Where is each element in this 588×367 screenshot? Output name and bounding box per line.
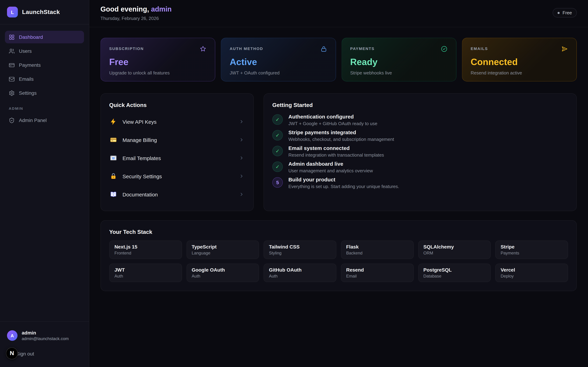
tech-role: Auth	[114, 274, 177, 279]
stat-value: Free	[109, 57, 207, 67]
tech-stack-title: Your Tech Stack	[109, 229, 568, 235]
user-email: admin@launchstack.com	[22, 336, 69, 341]
tech-role: Auth	[192, 274, 254, 279]
tech-card-resend: Resend Email	[341, 264, 414, 282]
stat-sub: Resend integration active	[471, 70, 568, 75]
sidebar-item-label: Dashboard	[19, 34, 43, 40]
chevron-right-icon	[239, 155, 244, 161]
tech-card-jwt: JWT Auth	[109, 264, 182, 282]
star-icon	[200, 45, 207, 52]
sidebar-section-admin: ADMIN	[5, 106, 84, 110]
step-title: Build your product	[288, 176, 399, 183]
sidebar-item-label: Users	[19, 48, 32, 54]
getting-started-panel: Getting Started ✓ Authentication configu…	[264, 93, 577, 211]
step-desc: JWT + Google + GitHub OAuth ready to use	[288, 121, 377, 126]
chevron-right-icon	[239, 119, 244, 125]
stat-card-subscription: SUBSCRIPTION Free Upgrade to unlock all …	[100, 38, 216, 82]
quick-action-label: Manage Billing	[122, 137, 233, 143]
sidebar-item-users[interactable]: Users	[5, 45, 84, 57]
sidebar-item-admin-panel[interactable]: Admin Panel	[5, 114, 84, 126]
billing-card-icon	[110, 136, 117, 143]
step-desc: User management and analytics overview	[288, 168, 373, 173]
sidebar-item-label: Emails	[19, 76, 34, 82]
tech-role: Database	[423, 274, 485, 279]
page-title: Good evening, admin	[100, 5, 577, 13]
getting-started-step: ✓ Email system connected Resend integrat…	[272, 145, 568, 158]
brand-name: LaunchStack	[22, 8, 60, 16]
dashboard-grid-icon	[9, 34, 15, 40]
quick-action-label: Security Settings	[122, 173, 233, 179]
tech-card-github-oauth: GitHub OAuth Auth	[264, 264, 336, 282]
tech-name: Stripe	[501, 244, 563, 250]
brand-logo: L	[7, 7, 18, 17]
tech-name: GitHub OAuth	[269, 267, 331, 273]
check-circle-icon	[441, 45, 448, 52]
stat-cards-row: SUBSCRIPTION Free Upgrade to unlock all …	[100, 38, 577, 82]
quick-action-view-api-keys[interactable]: View API Keys	[109, 115, 245, 129]
sidebar-item-label: Settings	[19, 90, 37, 96]
sidebar: L LaunchStack Dashboard Users Payment	[0, 0, 89, 367]
getting-started-list: ✓ Authentication configured JWT + Google…	[272, 114, 568, 189]
stat-card-auth: AUTH METHOD Active JWT + OAuth configure…	[221, 38, 336, 82]
tech-role: Auth	[269, 274, 331, 279]
brand: L LaunchStack	[0, 0, 89, 25]
stat-label: SUBSCRIPTION	[109, 45, 144, 51]
sidebar-nav: Dashboard Users Payments Emails	[0, 25, 89, 126]
credit-card-icon	[9, 62, 15, 68]
user-row: A admin admin@launchstack.com	[7, 330, 82, 341]
tech-card-google-oauth: Google OAuth Auth	[186, 264, 259, 282]
sidebar-item-settings[interactable]: Settings	[5, 87, 84, 99]
sidebar-item-label: Payments	[19, 62, 41, 68]
user-name: admin	[22, 330, 69, 335]
chevron-right-icon	[239, 137, 244, 143]
getting-started-step: 5 Build your product Everything is set u…	[272, 176, 568, 189]
quick-actions-title: Quick Actions	[109, 102, 245, 108]
tech-role: Language	[192, 250, 254, 256]
tech-name: TypeScript	[192, 244, 254, 250]
email-template-icon	[110, 154, 117, 161]
stat-card-payments: PAYMENTS Ready Stripe webhooks live	[341, 38, 456, 82]
tech-role: Backend	[346, 250, 408, 256]
quick-action-manage-billing[interactable]: Manage Billing	[109, 133, 245, 147]
tech-stack-panel: Your Tech Stack Next.js 15 Frontend Type…	[100, 220, 577, 291]
quick-action-label: View API Keys	[122, 119, 233, 125]
quick-action-security-settings[interactable]: Security Settings	[109, 169, 245, 183]
check-badge-icon: ✓	[272, 114, 283, 125]
sidebar-item-label: Admin Panel	[19, 117, 47, 123]
sidebar-item-emails[interactable]: Emails	[5, 73, 84, 85]
nextjs-dev-badge-icon[interactable]: N	[6, 347, 18, 359]
step-title: Authentication configured	[288, 114, 377, 119]
stat-sub: JWT + OAuth configured	[230, 70, 327, 75]
send-icon	[561, 45, 568, 52]
stat-label: EMAILS	[471, 45, 488, 51]
tech-role: Payments	[501, 250, 563, 256]
tech-card-vercel: Vercel Deploy	[495, 264, 568, 282]
sidebar-item-dashboard[interactable]: Dashboard	[5, 31, 84, 43]
avatar-initial: A	[11, 333, 14, 338]
stat-label: PAYMENTS	[350, 45, 374, 51]
tech-stack-grid: Next.js 15 Frontend TypeScript Language …	[109, 241, 568, 282]
tech-role: Styling	[269, 250, 331, 256]
quick-actions-list: View API Keys Manage Billing	[109, 115, 245, 201]
stat-value: Ready	[350, 57, 448, 67]
tech-name: Next.js 15	[114, 244, 177, 250]
avatar: A	[7, 330, 17, 341]
quick-action-email-templates[interactable]: Email Templates	[109, 151, 245, 165]
tech-card-typescript: TypeScript Language	[186, 241, 259, 259]
users-icon	[9, 48, 15, 54]
check-badge-icon: ✓	[272, 130, 283, 141]
page-date: Thursday, February 26, 2026	[100, 16, 577, 21]
sign-out-button[interactable]: Sign out	[7, 351, 82, 357]
tech-card-nextjs: Next.js 15 Frontend	[109, 241, 182, 259]
quick-actions-panel: Quick Actions View API Keys	[100, 93, 254, 211]
tech-role: ORM	[423, 250, 485, 256]
quick-action-documentation[interactable]: Documentation	[109, 187, 245, 201]
stat-card-emails: EMAILS Connected Resend integration acti…	[462, 38, 577, 82]
getting-started-title: Getting Started	[272, 102, 568, 108]
step-desc: Everything is set up. Start adding your …	[288, 184, 399, 189]
step-title: Admin dashboard live	[288, 161, 373, 167]
tech-name: JWT	[114, 267, 177, 273]
sidebar-item-payments[interactable]: Payments	[5, 59, 84, 71]
zap-icon	[110, 118, 117, 125]
greeting-text: Good evening,	[100, 5, 149, 13]
